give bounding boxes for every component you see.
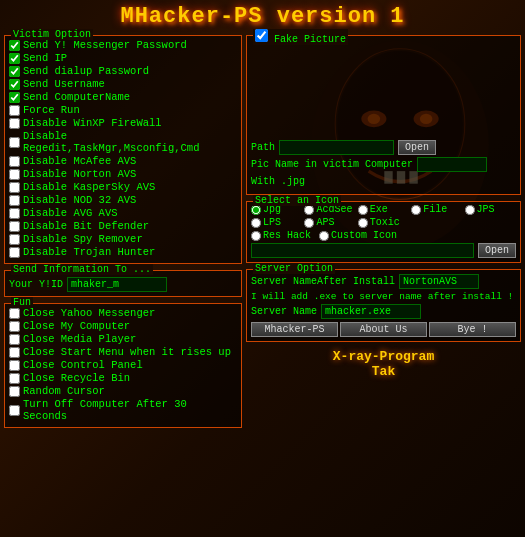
victim-option-label-opt8: Disable Regedit,TaskMgr,Msconfig,Cmd [23,130,237,154]
left-panel: Victim Option Send Y! Messenger Password… [4,35,242,428]
fun-option-checkbox-f3[interactable] [9,334,20,345]
yid-input[interactable] [67,277,167,292]
victim-option-row: Disable Bit Defender [9,220,237,232]
victim-option-checkbox-opt4[interactable] [9,79,20,90]
path-label: Path [251,142,275,153]
victim-option-checkbox-opt8[interactable] [9,137,20,148]
victim-option-checkbox-opt16[interactable] [9,247,20,258]
victim-option-checkbox-opt10[interactable] [9,169,20,180]
icon-radio-label-ico10: Custom Icon [331,230,397,241]
fun-option-row: Close My Computer [9,320,237,332]
icon-open-button[interactable]: Open [478,243,516,258]
icon-radio-row: Res Hack [251,230,311,241]
icon-radio-label-ico6: LPS [263,217,281,228]
icon-radio-ico10[interactable] [319,231,329,241]
icon-radio-row: Toxic [358,217,409,228]
victim-option-checkbox-opt7[interactable] [9,118,20,129]
victim-option-label-opt6: Force Run [23,104,80,116]
victim-option-row: Send IP [9,52,237,64]
icon-radio-label-ico8: Toxic [370,217,400,228]
victim-option-label-opt12: Disable NOD 32 AVS [23,194,136,206]
bottom-buttons: Mhacker-PS About Us Bye ! [251,322,516,337]
fun-option-checkbox-f2[interactable] [9,321,20,332]
icon-radio-label-ico5: JPS [477,204,495,215]
fun-option-checkbox-f5[interactable] [9,360,20,371]
server-option-box: Server Option Server NameAfter Install I… [246,269,521,342]
victim-option-row: Disable McAfee AVS [9,155,237,167]
victim-option-checkbox-opt14[interactable] [9,221,20,232]
victim-option-label-opt3: Send dialup Password [23,65,149,77]
victim-option-checkbox-opt6[interactable] [9,105,20,116]
icon-radio-label-ico7: APS [316,217,334,228]
server-name-input[interactable] [321,304,421,319]
fake-picture-box: Fake Picture Path Open Pic Name in victi… [246,35,521,195]
path-open-button[interactable]: Open [398,140,436,155]
send-info-label: Send Information To ... [11,264,153,275]
server-option-label: Server Option [253,263,335,274]
fun-option-checkbox-f7[interactable] [9,386,20,397]
icon-radio-row: LPS [251,217,302,228]
picname-input[interactable] [417,157,487,172]
victim-option-label-opt14: Disable Bit Defender [23,220,149,232]
icon-radio-ico3[interactable] [358,205,368,215]
icon-radio-ico2[interactable] [304,205,314,215]
fun-box: Fun Close Yahoo MessengerClose My Comput… [4,303,242,428]
victim-option-label-opt2: Send IP [23,52,67,64]
victim-checkboxes: Send Y! Messenger PasswordSend IPSend di… [9,39,237,258]
icon-radio-ico9[interactable] [251,231,261,241]
victim-option-row: Send dialup Password [9,65,237,77]
icon-radio-label-ico4: File [423,204,447,215]
footer-line1: X-ray-Program [246,349,521,364]
icon-radio-ico6[interactable] [251,218,261,228]
right-panel: Fake Picture Path Open Pic Name in victi… [246,35,521,428]
victim-option-row: Disable WinXP FireWall [9,117,237,129]
fun-option-label-f3: Close Media Player [23,333,136,345]
icon-radio-row: JPS [465,204,516,215]
icon-radio-ico8[interactable] [358,218,368,228]
victim-option-checkbox-opt9[interactable] [9,156,20,167]
victim-option-row: Send Y! Messenger Password [9,39,237,51]
icon-radio-ico4[interactable] [411,205,421,215]
icon-radio-ico1[interactable] [251,205,261,215]
path-input[interactable] [279,140,394,155]
icon-radio-label-ico3: Exe [370,204,388,215]
fun-option-checkbox-f8[interactable] [9,405,20,416]
mhacker-ps-button[interactable]: Mhacker-PS [251,322,338,337]
about-us-button[interactable]: About Us [340,322,427,337]
victim-option-checkbox-opt15[interactable] [9,234,20,245]
with-jpg-label: With .jpg [251,176,305,187]
footer-line2: Tak [246,364,521,379]
victim-option-checkbox-opt1[interactable] [9,40,20,51]
victim-option-checkbox-opt5[interactable] [9,92,20,103]
server-name-label: Server Name [251,306,317,317]
footer: X-ray-Program Tak [246,349,521,379]
victim-option-checkbox-opt3[interactable] [9,66,20,77]
victim-options-label: Victim Option [11,29,93,40]
icon-radio-ico7[interactable] [304,218,314,228]
fun-option-row: Close Start Menu when it rises up [9,346,237,358]
victim-option-row: Send ComputerName [9,91,237,103]
custom-icon-input[interactable] [251,243,474,258]
victim-option-label-opt13: Disable AVG AVS [23,207,118,219]
fun-option-label-f2: Close My Computer [23,320,130,332]
fun-option-row: Random Cursor [9,385,237,397]
victim-option-row: Disable NOD 32 AVS [9,194,237,206]
fun-option-checkbox-f1[interactable] [9,308,20,319]
fake-picture-checkbox[interactable] [255,29,268,42]
victim-option-checkbox-opt11[interactable] [9,182,20,193]
victim-option-checkbox-opt2[interactable] [9,53,20,64]
icon-radio-label-ico9: Res Hack [263,230,311,241]
server-name-after-label: Server NameAfter Install [251,276,395,287]
fun-option-checkbox-f6[interactable] [9,373,20,384]
fun-option-checkbox-f4[interactable] [9,347,20,358]
victim-option-label-opt11: Disable KasperSky AVS [23,181,155,193]
victim-option-checkbox-opt12[interactable] [9,195,20,206]
icon-radio-row: File [411,204,462,215]
victim-option-label-opt4: Send Username [23,78,105,90]
server-name-after-input[interactable] [399,274,479,289]
icon-radio-ico5[interactable] [465,205,475,215]
bye-button[interactable]: Bye ! [429,322,516,337]
victim-option-row: Disable Spy Remover [9,233,237,245]
victim-option-label-opt15: Disable Spy Remover [23,233,143,245]
victim-option-checkbox-opt13[interactable] [9,208,20,219]
